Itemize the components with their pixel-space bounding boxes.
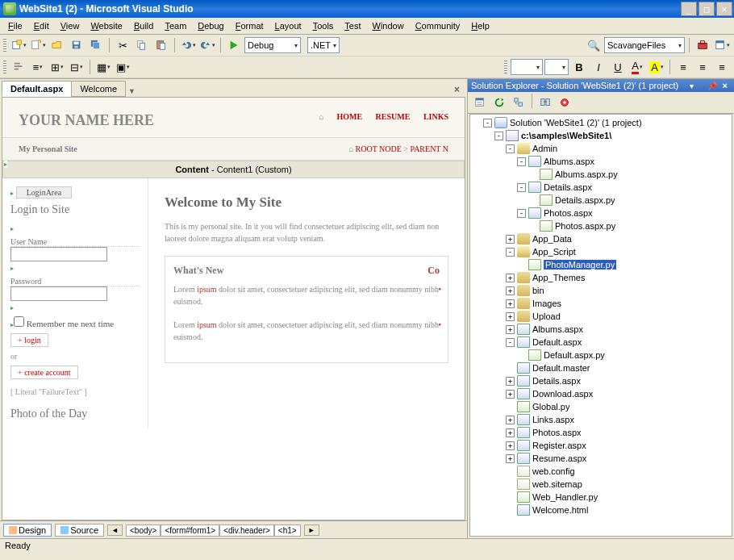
expand-button[interactable]: + <box>506 235 515 244</box>
tree-node[interactable]: Global.py <box>472 400 730 413</box>
font-combo[interactable] <box>511 59 543 75</box>
maximize-button[interactable]: □ <box>699 2 715 16</box>
menu-community[interactable]: Community <box>411 19 465 32</box>
tab-list-button[interactable]: ▼ <box>125 86 139 97</box>
new-project-button[interactable] <box>10 36 27 54</box>
copy-button[interactable] <box>133 36 151 54</box>
tree-node[interactable]: web.sitemap <box>472 478 730 491</box>
tree-node[interactable]: -Default.aspx <box>472 336 730 349</box>
source-mode-button[interactable]: Source <box>55 524 104 537</box>
expand-button[interactable]: + <box>506 377 515 386</box>
tree-node[interactable]: -c:\samples\WebSite1\ <box>472 129 730 142</box>
size-button[interactable]: ⊞ <box>48 58 66 76</box>
menu-window[interactable]: Window <box>368 19 409 32</box>
justify-left-button[interactable]: ≡ <box>674 58 692 76</box>
window-button[interactable] <box>713 36 731 54</box>
save-all-button[interactable] <box>87 36 105 54</box>
config-combo[interactable]: Debug <box>244 37 301 53</box>
tree-node[interactable]: +App_Themes <box>472 271 730 284</box>
tree-node[interactable]: +Links.aspx <box>472 413 730 426</box>
tree-node[interactable]: -Albums.aspx <box>472 155 730 168</box>
tree-node[interactable]: +Upload <box>472 310 730 323</box>
menu-format[interactable]: Format <box>231 19 269 32</box>
minimize-button[interactable]: _ <box>681 2 697 16</box>
login-button[interactable]: login <box>10 333 48 347</box>
undo-button[interactable] <box>179 36 197 54</box>
forecolor-button[interactable]: A <box>628 58 646 76</box>
menu-help[interactable]: Help <box>466 19 494 32</box>
expand-button[interactable]: + <box>506 454 515 463</box>
password-input[interactable] <box>10 286 107 301</box>
menu-debug[interactable]: Debug <box>193 19 228 32</box>
close-button[interactable]: × <box>716 2 732 16</box>
nav-home[interactable]: HOME <box>336 112 362 121</box>
tree-node[interactable]: Albums.aspx.py <box>472 168 730 181</box>
tree-node[interactable]: +Download.aspx <box>472 387 730 400</box>
username-input[interactable] <box>10 247 107 261</box>
expand-button[interactable]: - <box>517 183 526 192</box>
menu-website[interactable]: Website <box>85 19 127 32</box>
pin-button[interactable]: 📌 <box>705 81 719 90</box>
justify-right-button[interactable]: ≡ <box>713 58 731 76</box>
autohide-button[interactable]: ▾ <box>687 81 696 90</box>
tag-crumb[interactable]: <body> <box>126 524 161 537</box>
justify-center-button[interactable]: ≡ <box>694 58 711 76</box>
order-button[interactable]: ▦ <box>94 58 112 76</box>
design-mode-button[interactable]: Design <box>3 524 52 537</box>
panel-close-button[interactable]: × <box>719 81 731 90</box>
tree-node[interactable]: -Photos.aspx <box>472 207 730 219</box>
cut-button[interactable]: ✂ <box>114 36 131 54</box>
tree-node[interactable]: -Solution 'WebSite1 (2)' (1 project) <box>472 116 730 129</box>
tree-node[interactable]: +bin <box>472 284 730 297</box>
expand-button[interactable]: - <box>506 248 515 257</box>
menu-edit[interactable]: Edit <box>29 19 54 32</box>
tree-node[interactable]: Photos.aspx.py <box>472 219 730 232</box>
expand-button[interactable]: + <box>506 325 515 334</box>
expand-button[interactable]: - <box>483 119 492 127</box>
paste-button[interactable] <box>152 36 170 54</box>
crumb-next[interactable]: ► <box>304 524 319 536</box>
design-surface[interactable]: ⌂HOME RESUME LINKS YOUR NAME HERE ⌂ROOT … <box>2 97 465 520</box>
backcolor-button[interactable]: A <box>648 58 665 76</box>
expand-button[interactable]: + <box>506 416 515 424</box>
remember-checkbox[interactable] <box>14 316 24 327</box>
tree-node[interactable]: +Photos.aspx <box>472 426 730 439</box>
menu-test[interactable]: Test <box>340 19 365 32</box>
tree-node[interactable]: +App_Data <box>472 232 730 245</box>
tree-node[interactable]: Details.aspx.py <box>472 194 730 207</box>
menu-file[interactable]: File <box>3 19 27 32</box>
tree-node[interactable]: -Admin <box>472 142 730 155</box>
expand-button[interactable]: - <box>494 132 503 140</box>
tree-node[interactable]: Default.aspx.py <box>472 349 730 361</box>
underline-button[interactable]: U <box>609 58 627 76</box>
toolbox-button[interactable] <box>694 36 711 54</box>
expand-button[interactable]: + <box>506 390 515 399</box>
platform-combo[interactable]: .NET <box>307 37 340 53</box>
align-button[interactable]: ≡ <box>29 58 47 76</box>
save-button[interactable] <box>68 36 85 54</box>
tree-node[interactable]: Default.master <box>472 361 730 374</box>
expand-button[interactable]: - <box>517 157 526 166</box>
tag-crumb[interactable]: <h1> <box>274 524 301 537</box>
tree-node[interactable]: +Resume.aspx <box>472 452 730 465</box>
menu-build[interactable]: Build <box>129 19 158 32</box>
expand-button[interactable]: + <box>506 312 515 321</box>
run-button[interactable] <box>225 36 243 54</box>
bold-button[interactable]: B <box>570 58 588 76</box>
size-combo[interactable] <box>544 59 569 75</box>
tree-node[interactable]: PhotoManager.py <box>472 258 730 271</box>
align-left-button[interactable] <box>10 58 27 76</box>
tree-node[interactable]: +Images <box>472 297 730 310</box>
tree-node[interactable]: +Albums.aspx <box>472 323 730 336</box>
expand-button[interactable]: + <box>506 428 515 437</box>
expand-button[interactable]: - <box>506 144 515 153</box>
expand-button[interactable]: - <box>517 209 526 218</box>
redo-button[interactable] <box>198 36 216 54</box>
tree-node[interactable]: Welcome.html <box>472 504 730 516</box>
tab-default-aspx[interactable]: Default.aspx <box>2 81 72 97</box>
menu-view[interactable]: View <box>56 19 85 32</box>
tree-node[interactable]: +Details.aspx <box>472 374 730 387</box>
tree-node[interactable]: +Register.aspx <box>472 439 730 452</box>
expand-button[interactable]: - <box>506 338 515 347</box>
tab-close-button[interactable]: × <box>450 82 464 97</box>
